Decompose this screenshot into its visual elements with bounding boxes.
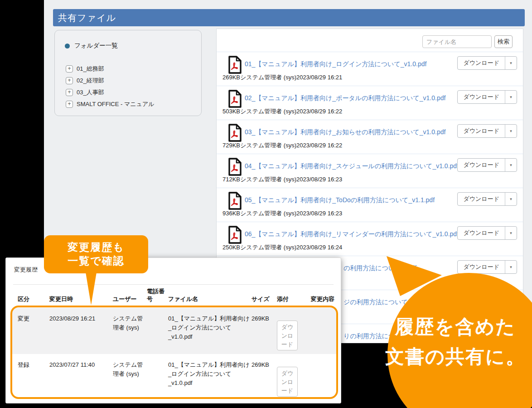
search-bar: 検索 bbox=[217, 29, 523, 52]
history-download-button[interactable]: ダウンロード bbox=[277, 321, 298, 350]
folder-tree-item[interactable]: + 01_総務部 bbox=[66, 63, 155, 75]
history-attachment: ダウンロード bbox=[277, 308, 311, 354]
history-row: 登録 2023/07/27 11:40 システム管理者 (sys) 01_【マニ… bbox=[12, 354, 336, 398]
file-row: 03_【マニュアル】利用者向け_お知らせの利用方法について_v1.0.pdf 7… bbox=[217, 120, 523, 154]
folder-item-label: 03_人事部 bbox=[77, 88, 104, 97]
expand-plus-icon[interactable]: + bbox=[66, 89, 73, 96]
caret-down-icon[interactable]: ▾ bbox=[505, 193, 517, 205]
folder-panel-title: フォルダー一覧 bbox=[74, 42, 118, 50]
history-column-header: 変更日時 bbox=[49, 295, 113, 304]
download-button-label[interactable]: ダウンロード bbox=[458, 193, 505, 205]
file-row: 04_【マニュアル】利用者向け_スケジュールの利用方法について_v1.0.pdf… bbox=[217, 154, 523, 188]
folder-tree: + 01_総務部 + 02_経理部 + 03_人事部 + SMALT OFFIC… bbox=[66, 63, 155, 110]
file-link[interactable]: 01_【マニュアル】利用者向け_ログイン方法について_v1.0.pdf bbox=[245, 60, 426, 68]
file-meta: 250KBシステム管理者 (sys)2023/08/29 16:24 bbox=[222, 243, 342, 252]
download-button-label[interactable]: ダウンロード bbox=[458, 57, 505, 69]
history-datetime: 2023/07/27 11:40 bbox=[49, 354, 113, 398]
history-column-header: サイズ bbox=[251, 295, 277, 304]
folder-item-label: 01_総務部 bbox=[77, 65, 104, 73]
file-link[interactable]: 04_【マニュアル】利用者向け_スケジュールの利用方法について_v1.0.pdf bbox=[245, 162, 459, 170]
history-file: 01_【マニュアル】利用者向け_ログイン方法について_v1.0.pdf bbox=[168, 354, 251, 398]
download-button-label[interactable]: ダウンロード bbox=[458, 159, 505, 171]
callout-tail bbox=[86, 272, 97, 305]
change-history-panel: 変更履歴 区分変更日時ユーザー電話番号ファイル名サイズ添付変更内容 変更 202… bbox=[5, 257, 341, 403]
file-meta: 729KBシステム管理者 (sys)2023/08/29 16:22 bbox=[222, 141, 342, 150]
page-title: 共有ファイル bbox=[53, 9, 525, 26]
history-attachment: ダウンロード bbox=[277, 354, 311, 398]
history-user: システム管理者 (sys) bbox=[113, 308, 147, 354]
expand-plus-icon[interactable]: + bbox=[66, 65, 73, 73]
file-link[interactable]: 03_【マニュアル】利用者向け_お知らせの利用方法について_v1.0.pdf bbox=[245, 128, 445, 136]
history-column-header: 電話番号 bbox=[147, 287, 168, 304]
download-button-label[interactable]: ダウンロード bbox=[458, 125, 505, 137]
expand-plus-icon[interactable]: + bbox=[66, 101, 73, 108]
download-split-button[interactable]: ダウンロード ▾ bbox=[457, 56, 517, 70]
folder-item-label: 02_経理部 bbox=[77, 77, 104, 85]
folder-panel: フォルダー一覧 + 01_総務部 + 02_経理部 + 03_人事部 + SMA… bbox=[54, 30, 202, 116]
history-column-header: 変更内容 bbox=[311, 295, 336, 304]
download-split-button[interactable]: ダウンロード ▾ bbox=[457, 158, 517, 172]
balloon-line1: 履歴を含めた bbox=[376, 312, 532, 342]
download-split-button[interactable]: ダウンロード ▾ bbox=[457, 226, 517, 240]
history-column-header: ファイル名 bbox=[168, 295, 251, 304]
history-phone bbox=[147, 308, 168, 354]
file-link[interactable]: 02_【マニュアル】利用者向け_ポータルの利用方法について_v1.0.pdf bbox=[245, 94, 445, 102]
caret-down-icon[interactable]: ▾ bbox=[505, 125, 517, 137]
history-download-button[interactable]: ダウンロード bbox=[277, 367, 298, 397]
history-column-header: 添付 bbox=[277, 295, 311, 304]
folder-item-label: SMALT OFFICE - マニュアル bbox=[77, 100, 155, 108]
history-header-row: 区分変更日時ユーザー電話番号ファイル名サイズ添付変更内容 bbox=[12, 286, 336, 304]
file-meta: 712KBシステム管理者 (sys)2023/08/29 16:23 bbox=[222, 175, 342, 184]
history-column-header: 区分 bbox=[12, 295, 49, 304]
divider bbox=[13, 284, 334, 285]
download-split-button[interactable]: ダウンロード ▾ bbox=[457, 192, 517, 206]
search-input[interactable] bbox=[422, 35, 492, 48]
download-button-label[interactable]: ダウンロード bbox=[458, 91, 505, 103]
balloon-line2: 文書の共有に。 bbox=[376, 342, 532, 372]
pdf-file-icon bbox=[227, 89, 242, 108]
pdf-file-icon bbox=[227, 55, 242, 74]
callout-line1: 変更履歴も bbox=[44, 240, 148, 254]
caret-down-icon[interactable]: ▾ bbox=[505, 227, 517, 239]
history-size: 269KB bbox=[251, 354, 277, 398]
file-row: 05_【マニュアル】利用者向け_ToDoの利用方法について_v1.1.pdf 9… bbox=[217, 188, 523, 222]
folder-tree-item[interactable]: + 02_経理部 bbox=[66, 75, 155, 87]
history-type: 変更 bbox=[12, 308, 49, 354]
download-button-label[interactable]: ダウンロード bbox=[458, 227, 505, 239]
download-split-button[interactable]: ダウンロード ▾ bbox=[457, 124, 517, 138]
file-meta: 269KBシステム管理者 (sys)2023/08/29 16:21 bbox=[222, 73, 342, 82]
folder-tree-item[interactable]: + SMALT OFFICE - マニュアル bbox=[66, 98, 155, 110]
history-file: 01_【マニュアル】利用者向け_ログイン方法について_v1.0.pdf bbox=[168, 308, 251, 354]
caret-down-icon[interactable]: ▾ bbox=[505, 91, 517, 103]
file-row: 01_【マニュアル】利用者向け_ログイン方法について_v1.0.pdf 269K… bbox=[217, 52, 523, 86]
balloon-text: 履歴を含めた 文書の共有に。 bbox=[376, 312, 532, 372]
pdf-file-icon bbox=[227, 225, 242, 244]
file-meta: 503KBシステム管理者 (sys)2023/08/29 16:22 bbox=[222, 107, 342, 116]
caret-down-icon[interactable]: ▾ bbox=[505, 57, 517, 69]
download-split-button[interactable]: ダウンロード ▾ bbox=[457, 90, 517, 104]
pdf-file-icon bbox=[227, 157, 242, 176]
file-link[interactable]: 05_【マニュアル】利用者向け_ToDoの利用方法について_v1.1.pdf bbox=[245, 196, 435, 204]
marketing-screenshot: 共有ファイル フォルダー一覧 + 01_総務部 + 02_経理部 + 03_人事… bbox=[0, 0, 532, 408]
history-row: 変更 2023/08/29 16:21 システム管理者 (sys) 01_【マニ… bbox=[12, 308, 336, 354]
history-phone bbox=[147, 354, 168, 398]
folder-tree-item[interactable]: + 03_人事部 bbox=[66, 87, 155, 98]
callout-bubble: 変更履歴も 一覧で確認 bbox=[44, 235, 148, 273]
callout-line2: 一覧で確認 bbox=[44, 254, 148, 267]
file-meta: 936KBシステム管理者 (sys)2023/08/29 16:23 bbox=[222, 209, 342, 218]
file-link[interactable]: 06_【マニュアル】利用者向け_リマインダーの利用方法について_v1.0.pdf bbox=[245, 230, 459, 238]
caret-down-icon[interactable]: ▾ bbox=[505, 159, 517, 171]
history-change-detail bbox=[311, 354, 336, 398]
page-title-label: 共有ファイル bbox=[58, 12, 116, 24]
history-datetime: 2023/08/29 16:21 bbox=[49, 308, 113, 354]
pdf-file-icon bbox=[227, 123, 242, 142]
search-button[interactable]: 検索 bbox=[494, 35, 513, 48]
history-change-detail bbox=[311, 308, 336, 354]
expand-plus-icon[interactable]: + bbox=[66, 77, 73, 84]
history-type: 登録 bbox=[12, 354, 49, 398]
history-column-header: ユーザー bbox=[113, 295, 147, 304]
change-history-title: 変更履歴 bbox=[14, 266, 38, 274]
history-size: 269KB bbox=[251, 308, 277, 354]
bullet-icon bbox=[65, 44, 70, 49]
history-user: システム管理者 (sys) bbox=[113, 354, 147, 398]
